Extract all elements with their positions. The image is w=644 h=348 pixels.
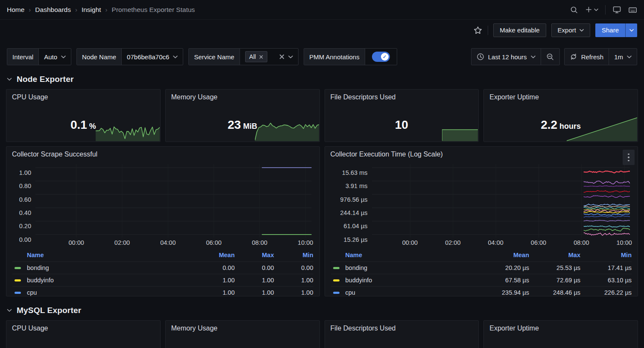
legend-col[interactable]: Max xyxy=(529,252,580,258)
series-stat: 1.00 xyxy=(235,289,274,296)
panel-title[interactable]: CPU Usage xyxy=(6,90,160,102)
y-tick-label: 0.40 xyxy=(19,209,31,216)
panel-title[interactable]: Memory Usage xyxy=(166,321,319,333)
x-axis-labels: 00:0002:0004:0006:0008:0010:00 xyxy=(35,238,312,248)
chevron-down-icon xyxy=(7,309,12,312)
series-stat: 0.00 xyxy=(274,264,313,271)
make-editable-button[interactable]: Make editable xyxy=(493,23,546,37)
panel-title[interactable]: Exporter Uptime xyxy=(484,90,638,102)
breadcrumb-dashboards[interactable]: Dashboards xyxy=(35,6,71,14)
chevron-down-icon xyxy=(7,78,12,81)
series-name[interactable]: bonding xyxy=(345,264,478,271)
stat-number: 10 xyxy=(395,118,408,132)
divider xyxy=(605,5,606,14)
series-stat: 1.00 xyxy=(274,277,313,284)
series-name[interactable]: cpu xyxy=(27,289,196,296)
kiosk-mode-button[interactable] xyxy=(612,6,621,14)
node-name-select[interactable]: 07b6be8a70c6 xyxy=(122,49,183,65)
panel-menu-kebab-icon[interactable] xyxy=(623,150,635,165)
panel-title[interactable]: Exporter Uptime xyxy=(484,321,638,333)
legend-row-cpu[interactable]: cpu235.94 µs248.46 µs226.22 µs xyxy=(331,286,632,296)
pmm-annotations-toggle[interactable]: ✓ xyxy=(372,52,390,62)
chevron-down-icon xyxy=(531,55,536,58)
panel-title[interactable]: File Descriptors Used xyxy=(325,90,479,102)
series-name[interactable]: bonding xyxy=(27,264,196,271)
time-range-picker[interactable]: Last 12 hours xyxy=(471,49,541,65)
panel-title[interactable]: Collector Scrape Successful xyxy=(6,147,319,159)
y-axis-labels: 15.63 ms3.91 ms976.56 µs244.14 µs61.04 µ… xyxy=(328,164,372,238)
section-title: Node Exporter xyxy=(17,75,74,84)
legend-row-bonding[interactable]: bonding0.000.000.00 xyxy=(12,261,313,274)
plus-icon xyxy=(585,6,592,13)
search-button[interactable] xyxy=(570,6,578,14)
panel-title[interactable]: CPU Usage xyxy=(6,321,160,333)
dashboard-toolbar: Make editable Export Share xyxy=(0,20,644,41)
node-name-value: 07b6be8a70c6 xyxy=(127,53,169,61)
service-name-control: Service Name All xyxy=(188,48,299,65)
chart-plot[interactable] xyxy=(372,164,630,238)
panel-title[interactable]: Collector Execution Time (Log Scale) xyxy=(325,147,638,159)
interval-select[interactable]: Auto xyxy=(39,49,71,65)
legend-row-cpu[interactable]: cpu1.001.001.00 xyxy=(12,286,313,296)
share-button[interactable]: Share xyxy=(595,23,625,37)
chevron-down-icon xyxy=(594,9,598,11)
section-node-exporter[interactable]: Node Exporter xyxy=(0,65,644,89)
service-name-select[interactable]: All xyxy=(240,49,299,65)
clear-selection-icon[interactable] xyxy=(279,54,284,59)
legend-row-bonding[interactable]: bonding20.20 µs25.53 µs17.41 µs xyxy=(331,261,632,274)
export-label: Export xyxy=(558,26,576,34)
plot-area: 15.63 ms3.91 ms976.56 µs244.14 µs61.04 µ… xyxy=(328,164,630,238)
legend-row-buddyinfo[interactable]: buddyinfo67.58 µs72.69 µs63.10 µs xyxy=(331,274,632,286)
x-tick-label: 10:00 xyxy=(298,239,313,246)
export-button[interactable]: Export xyxy=(551,23,590,37)
x-tick-label: 00:00 xyxy=(402,239,418,246)
add-new-button[interactable] xyxy=(585,6,598,13)
refresh-button[interactable]: Refresh xyxy=(565,49,609,65)
share-label: Share xyxy=(602,26,619,34)
series-name[interactable]: buddyinfo xyxy=(27,277,196,284)
interval-label: Interval xyxy=(7,49,39,65)
divider xyxy=(488,26,488,35)
series-stat: 0.00 xyxy=(235,264,274,271)
clock-icon xyxy=(477,53,484,61)
breadcrumb-insight[interactable]: Insight xyxy=(82,6,101,14)
keyboard-icon xyxy=(628,6,637,14)
chart-plot[interactable] xyxy=(35,164,312,238)
keyboard-shortcuts-button[interactable] xyxy=(628,6,637,14)
panel-collector-scrape-successful: Collector Scrape Successful 1.000.800.60… xyxy=(6,146,320,296)
y-tick-label: 1.00 xyxy=(19,169,31,176)
favorite-star-button[interactable] xyxy=(473,26,483,35)
stat-value: 23 MiB xyxy=(228,118,257,132)
legend-col-name[interactable]: Name xyxy=(27,252,196,258)
series-stat: 248.46 µs xyxy=(529,289,580,296)
legend-row-buddyinfo[interactable]: buddyinfo1.001.001.00 xyxy=(12,274,313,286)
panel-mysql-cpu-usage: CPU Usage xyxy=(6,320,161,348)
legend-col[interactable]: Max xyxy=(235,252,274,258)
chip-label: All xyxy=(249,53,256,60)
series-stat: 1.00 xyxy=(196,277,235,284)
legend-col[interactable]: Mean xyxy=(196,252,235,258)
mysql-exporter-stats-row: CPU Usage Memory Usage File Descriptors … xyxy=(6,320,638,348)
legend-col[interactable]: Min xyxy=(274,252,313,258)
section-mysql-exporter[interactable]: MySQL Exporter xyxy=(0,296,644,320)
series-name[interactable]: cpu xyxy=(345,289,478,296)
panel-title[interactable]: Memory Usage xyxy=(166,90,319,102)
series-name[interactable]: buddyinfo xyxy=(345,277,478,284)
refresh-group: Refresh 1m xyxy=(564,48,637,65)
refresh-interval-select[interactable]: 1m xyxy=(609,49,637,65)
y-tick-label: 0.00 xyxy=(19,236,31,243)
legend-col[interactable]: Mean xyxy=(478,252,529,258)
legend-col[interactable]: Min xyxy=(580,252,632,258)
refresh-icon xyxy=(570,53,577,61)
service-name-chip-all[interactable]: All xyxy=(245,51,268,62)
close-icon[interactable] xyxy=(259,55,263,59)
chart-legend: NameMeanMaxMinbonding0.000.000.00buddyin… xyxy=(12,250,313,296)
node-exporter-charts-row: Collector Scrape Successful 1.000.800.60… xyxy=(6,146,638,296)
series-stat: 1.00 xyxy=(196,289,235,296)
share-options-caret-button[interactable] xyxy=(625,23,637,37)
panel-title[interactable]: File Descriptors Used xyxy=(325,321,479,333)
zoom-out-time-button[interactable] xyxy=(541,49,559,65)
x-axis-labels: 00:0002:0004:0006:0008:0010:00 xyxy=(372,238,630,248)
breadcrumb-home[interactable]: Home xyxy=(7,6,24,14)
legend-col-name[interactable]: Name xyxy=(345,252,478,258)
